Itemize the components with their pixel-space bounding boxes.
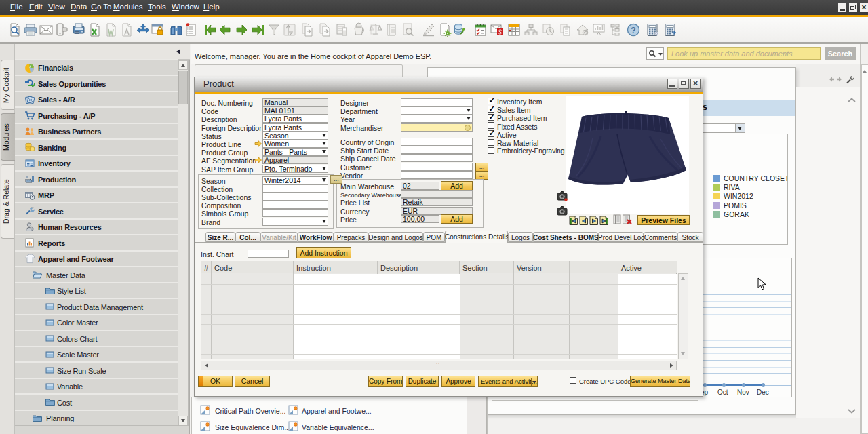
svg-text:?: ? (631, 26, 635, 35)
